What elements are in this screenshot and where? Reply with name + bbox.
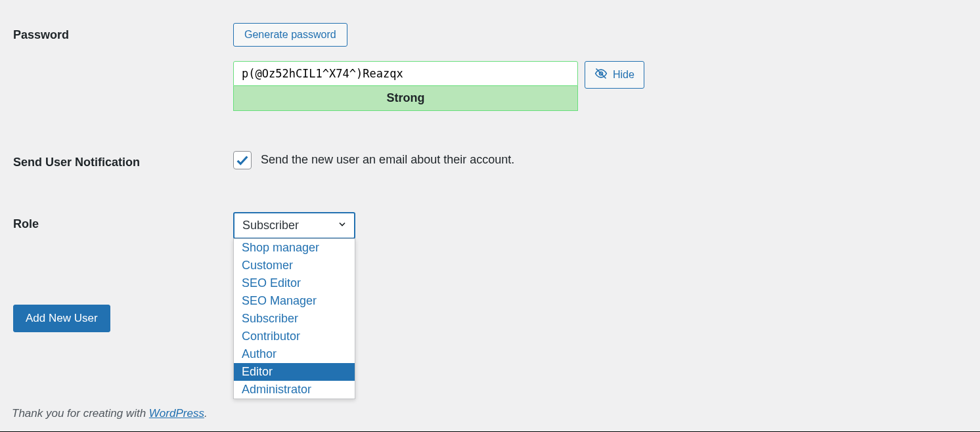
role-option[interactable]: SEO Editor <box>234 274 355 292</box>
password-strength-indicator: Strong <box>233 86 578 111</box>
add-new-user-button[interactable]: Add New User <box>13 305 110 332</box>
password-label: Password <box>13 23 233 42</box>
role-option[interactable]: Subscriber <box>234 310 355 328</box>
hide-button-label: Hide <box>613 69 635 81</box>
role-option[interactable]: Customer <box>234 257 355 274</box>
hide-password-button[interactable]: Hide <box>585 61 644 89</box>
role-option[interactable]: Author <box>234 345 355 363</box>
footer-suffix: . <box>204 407 208 420</box>
role-label: Role <box>13 212 233 231</box>
footer-credit: Thank you for creating with WordPress. <box>12 407 208 420</box>
notification-label: Send User Notification <box>13 150 233 169</box>
role-select-value: Subscriber <box>242 219 299 232</box>
role-dropdown: Shop managerCustomerSEO EditorSEO Manage… <box>233 238 355 399</box>
role-option[interactable]: Editor <box>234 363 355 381</box>
chevron-down-icon <box>337 219 347 232</box>
send-notification-checkbox[interactable] <box>233 151 252 169</box>
eye-slash-icon <box>594 67 608 83</box>
notification-checkbox-label: Send the new user an email about their a… <box>261 153 514 167</box>
generate-password-button[interactable]: Generate password <box>233 23 347 47</box>
wordpress-link[interactable]: WordPress <box>149 407 204 420</box>
role-select[interactable]: Subscriber <box>233 212 355 239</box>
password-input[interactable] <box>233 61 578 86</box>
role-option[interactable]: Contributor <box>234 328 355 345</box>
footer-prefix: Thank you for creating with <box>12 407 149 420</box>
role-option[interactable]: Administrator <box>234 381 355 399</box>
role-option[interactable]: SEO Manager <box>234 292 355 310</box>
checkmark-icon <box>235 153 250 167</box>
role-option[interactable]: Shop manager <box>234 239 355 257</box>
